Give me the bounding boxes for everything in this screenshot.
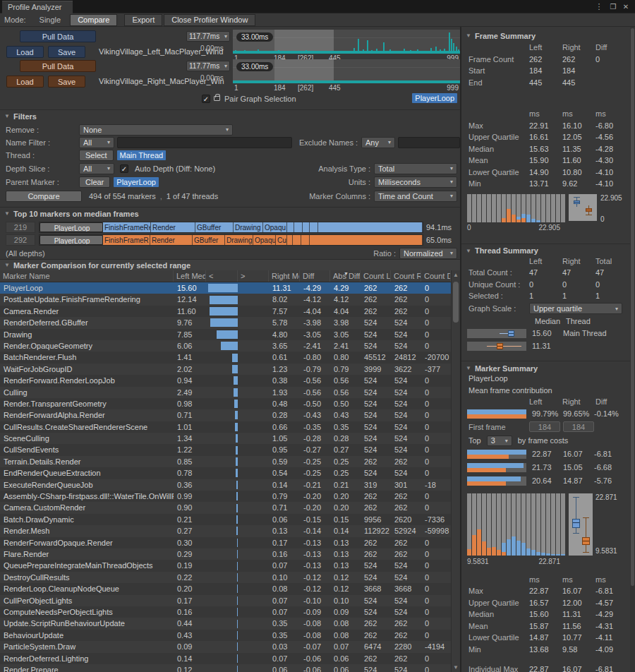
frame-graph-left[interactable]: 33.00ms bbox=[233, 30, 460, 54]
col-count-right[interactable]: Count R bbox=[391, 270, 421, 282]
col-count-left[interactable]: Count L bbox=[361, 270, 391, 282]
table-row[interactable]: PlayerLoop 15.60 11.31 -4.29 4.29 262 26… bbox=[0, 282, 451, 294]
scroll-down-icon[interactable] bbox=[452, 663, 460, 672]
col-count-diff[interactable]: Count D bbox=[421, 270, 451, 282]
top-n-dropdown[interactable]: 3 bbox=[487, 436, 512, 446]
table-row[interactable]: BehaviourUpdate 0.43 0.35 -0.08 0.08 262… bbox=[0, 630, 451, 641]
table-row[interactable]: Render.TransparentGeometry 0.98 0.48 -0.… bbox=[0, 398, 451, 409]
close-window-icon[interactable] bbox=[621, 1, 631, 11]
col-abs-diff[interactable]: Abs Diff bbox=[330, 270, 361, 282]
first-frame-right-button[interactable]: 184 bbox=[563, 421, 594, 432]
exclude-mode-dropdown[interactable]: Any bbox=[361, 137, 395, 148]
compare-button[interactable]: Compare bbox=[6, 191, 82, 202]
col-marker-name[interactable]: Marker Name bbox=[0, 270, 174, 282]
marker-segment[interactable]: FinishFrameRe bbox=[103, 222, 151, 232]
table-row[interactable]: Camera.CustomRender 0.90 0.71 -0.20 0.20… bbox=[0, 502, 451, 513]
table-row[interactable]: Flare.Render 0.29 0.16 -0.13 0.13 262 26… bbox=[0, 548, 451, 560]
remove-dropdown[interactable]: None bbox=[79, 124, 233, 136]
thread-select-button[interactable]: Select bbox=[79, 150, 114, 161]
marker-segment[interactable] bbox=[294, 222, 303, 232]
table-row[interactable]: CullSendEvents 1.22 0.95 -0.27 0.27 524 … bbox=[0, 444, 451, 455]
graph-scale-dropdown[interactable]: Upper quartile bbox=[529, 303, 622, 314]
table-row[interactable]: RenderForwardOpaque.Render 0.30 0.17 -0.… bbox=[0, 537, 451, 548]
table-row[interactable]: EndRenderQueueExtraction 0.78 0.54 -0.25… bbox=[0, 467, 451, 479]
table-row[interactable]: CullPerObjectLights 0.17 0.07 -0.10 0.10… bbox=[0, 595, 451, 606]
filters-header[interactable]: Filters bbox=[0, 110, 460, 122]
depth-slice-dropdown[interactable]: All bbox=[79, 163, 114, 174]
parent-marker-tag[interactable]: PlayerLoop bbox=[114, 177, 159, 187]
marker-segment[interactable] bbox=[287, 235, 293, 245]
marker-segment[interactable]: PlayerLoop bbox=[40, 222, 103, 232]
units-dropdown[interactable]: Milliseconds bbox=[374, 176, 457, 188]
auto-depth-checkbox[interactable] bbox=[120, 164, 128, 173]
panel-scrollbar[interactable] bbox=[630, 27, 635, 672]
save-right-button[interactable]: Save bbox=[48, 76, 85, 88]
close-profiler-button[interactable]: Close Profiler Window bbox=[164, 14, 255, 26]
table-row[interactable]: Camera.Render 11.60 7.57 -4.04 4.04 262 … bbox=[0, 306, 451, 317]
marker-columns-dropdown[interactable]: Time and Count bbox=[374, 191, 457, 202]
top10-bar-left[interactable]: PlayerLoopFinishFrameReRenderGBufferDraw… bbox=[39, 222, 423, 233]
table-row[interactable]: Terrain.Details.Render 0.85 0.59 -0.25 0… bbox=[0, 456, 451, 467]
table-row[interactable]: Drawing 7.85 4.80 -3.05 3.05 524 524 0 bbox=[0, 329, 451, 340]
mode-single-button[interactable]: Single bbox=[32, 14, 69, 26]
marker-segment[interactable]: Render bbox=[150, 235, 193, 245]
col-diff[interactable]: Diff bbox=[300, 270, 330, 282]
save-left-button[interactable]: Save bbox=[48, 46, 85, 58]
top10-header[interactable]: Top 10 markers on median frames bbox=[0, 208, 460, 220]
lock-icon[interactable] bbox=[214, 96, 220, 101]
exclude-names-input[interactable] bbox=[398, 137, 460, 148]
col-right-median[interactable]: Right Median bbox=[269, 270, 300, 282]
scroll-up-icon[interactable] bbox=[452, 270, 460, 280]
name-filter-input[interactable] bbox=[117, 137, 292, 148]
frame-graph-right[interactable]: 33.00ms bbox=[233, 59, 460, 83]
table-row[interactable]: WaitForJobGroupID 2.02 1.23 -0.79 0.79 3… bbox=[0, 364, 451, 375]
marker-segment[interactable]: Cu bbox=[276, 235, 287, 245]
thread-value-tag[interactable]: Main Thread bbox=[117, 150, 167, 160]
marker-segment[interactable] bbox=[303, 222, 310, 232]
table-row[interactable]: Render.OpaqueGeometry 6.06 3.65 -2.41 2.… bbox=[0, 340, 451, 352]
scrollbar-thumb[interactable] bbox=[631, 28, 634, 586]
marker-summary-header[interactable]: Marker Summary bbox=[461, 361, 635, 373]
load-left-button[interactable]: Load bbox=[6, 46, 44, 58]
table-row[interactable]: RenderDeferred.GBuffer 9.76 5.78 -3.98 3… bbox=[0, 317, 451, 328]
marker-segment[interactable] bbox=[293, 235, 301, 245]
table-scrollbar[interactable] bbox=[451, 270, 460, 672]
table-row[interactable]: Update.ScriptRunBehaviourUpdate 0.44 0.3… bbox=[0, 618, 451, 629]
name-filter-mode-dropdown[interactable]: All bbox=[79, 137, 114, 148]
mode-compare-button[interactable]: Compare bbox=[70, 14, 117, 26]
frame-summary-header[interactable]: Frame Summary bbox=[461, 30, 635, 42]
ratio-dropdown[interactable]: Normalized bbox=[399, 248, 457, 259]
export-button[interactable]: Export bbox=[124, 14, 162, 26]
table-row[interactable]: RenderForwardAlpha.Render 0.71 0.28 -0.4… bbox=[0, 409, 451, 421]
first-frame-left-button[interactable]: 184 bbox=[529, 421, 560, 432]
marker-segment[interactable]: FinishFrameR bbox=[103, 235, 150, 245]
load-right-button[interactable]: Load bbox=[6, 76, 44, 88]
marker-segment[interactable]: PlayerLoop bbox=[40, 235, 103, 245]
marker-segment[interactable] bbox=[301, 235, 310, 245]
tab-profile-analyzer[interactable]: Profile Analyzer bbox=[2, 1, 73, 13]
pull-data-left-button[interactable]: Pull Data bbox=[20, 30, 96, 42]
pair-graph-checkbox[interactable] bbox=[202, 95, 210, 103]
table-row[interactable]: RenderForward.RenderLoopJob 0.94 0.38 -0… bbox=[0, 375, 451, 386]
restore-window-icon[interactable] bbox=[608, 1, 618, 11]
scale-right-dropdown[interactable]: 117.77ms bbox=[186, 61, 230, 71]
table-row[interactable]: SceneCulling 1.34 1.05 -0.28 0.28 524 52… bbox=[0, 433, 451, 444]
table-row[interactable]: Render.Mesh 0.27 0.13 -0.14 0.14 112922 … bbox=[0, 525, 451, 536]
pair-marker-tag[interactable]: PlayerLoop bbox=[412, 93, 457, 103]
table-row[interactable]: RenderDeferred.Lighting 0.14 0.07 -0.06 … bbox=[0, 653, 451, 664]
table-row[interactable]: Batch.DrawDynamic 0.21 0.06 -0.15 0.15 9… bbox=[0, 514, 451, 525]
thread-summary-header[interactable]: Thread Summary bbox=[461, 244, 635, 256]
table-row[interactable]: Culling 2.49 1.93 -0.56 0.56 524 524 0 bbox=[0, 387, 451, 398]
table-row[interactable]: RenderLoop.CleanupNodeQueue 0.20 0.08 -0… bbox=[0, 583, 451, 594]
marker-segment[interactable] bbox=[318, 222, 423, 232]
analysis-type-dropdown[interactable]: Total bbox=[374, 163, 457, 174]
marker-segment[interactable]: Opaqu bbox=[263, 222, 287, 232]
table-row[interactable]: DestroyCullResults 0.22 0.10 -0.12 0.12 … bbox=[0, 572, 451, 583]
parent-clear-button[interactable]: Clear bbox=[79, 176, 110, 188]
marker-segment[interactable]: Drawing bbox=[225, 235, 253, 245]
comparison-header[interactable]: Marker Comparison for currently selected… bbox=[0, 259, 460, 270]
marker-segment[interactable]: Render bbox=[151, 222, 195, 232]
marker-segment[interactable]: Opaqu bbox=[253, 235, 276, 245]
table-row[interactable]: ExecuteRenderQueueJob 0.36 0.14 -0.21 0.… bbox=[0, 479, 451, 491]
marker-segment[interactable] bbox=[287, 222, 294, 232]
